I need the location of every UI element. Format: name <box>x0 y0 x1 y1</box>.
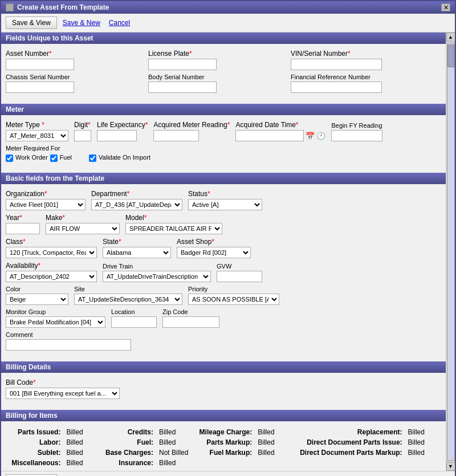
meter-required-group: Meter Required For Work Order Fuel <box>6 145 72 162</box>
row-bill-code: Bill Code* 001 [Bill Everything except f… <box>6 379 441 399</box>
make-select[interactable]: AIR FLOW <box>46 223 120 234</box>
zip-code-label: Zip Code <box>162 308 219 315</box>
meter-type-label: Meter Type * <box>6 121 68 129</box>
right-scrollbar: ▲ ▼ <box>446 32 455 471</box>
monitor-group-select[interactable]: Brake Pedal Modification [04] <box>6 316 105 328</box>
save-new-button-top[interactable]: Save & New <box>60 17 103 29</box>
work-order-checkbox[interactable] <box>6 154 13 162</box>
row-avail-drivetrain-gvw: Availability* AT_Description_2402 Drive … <box>6 262 441 282</box>
asset-number-input[interactable] <box>6 59 74 70</box>
validate-checkbox[interactable] <box>89 154 96 162</box>
zip-code-input[interactable]: 39002 <box>162 316 219 328</box>
fuel-markup-value: Billed <box>255 447 291 458</box>
body-serial-input[interactable] <box>148 82 217 93</box>
asset-number-group: Asset Number* <box>6 50 74 70</box>
row-org-dept-status: Organization* Active Fleet [001] Departm… <box>6 190 441 210</box>
body-serial-label: Body Serial Number <box>148 74 217 80</box>
row-chassis-body-financial: Chassis Serial Number Body Serial Number… <box>6 74 441 93</box>
drive-train-select[interactable]: AT_UpdateDriveTrainDescription <box>103 271 211 282</box>
financial-ref-input[interactable] <box>291 82 382 93</box>
gvw-label: GVW <box>217 263 262 270</box>
base-charges-label: Base Charges: <box>100 447 156 458</box>
financial-ref-label: Financial Reference Number <box>291 74 382 80</box>
life-expectancy-group: Life Expectancy* <box>97 121 148 141</box>
location-input[interactable]: Locati <box>111 316 157 328</box>
organization-group: Organization* Active Fleet [001] <box>6 190 85 210</box>
fuel-label: Fuel <box>60 154 72 161</box>
base-charges-value: Not Billed <box>156 447 193 458</box>
mileage-charge-label: Mileage Charge: <box>193 427 255 437</box>
year-input[interactable]: 2014 <box>6 223 40 234</box>
model-group: Model* SPREADER TAILGATE AIR FLOW <box>125 214 222 234</box>
model-select[interactable]: SPREADER TAILGATE AIR FLOW <box>125 223 222 234</box>
asset-shop-select[interactable]: Badger Rd [002] <box>177 247 251 258</box>
state-group: State* Alabama <box>103 238 171 258</box>
department-label: Department* <box>91 190 182 198</box>
fuel-markup-label: Fuel Markup: <box>193 447 255 458</box>
parts-markup-value: Billed <box>255 437 291 447</box>
gvw-group: GVW 1 <box>217 263 262 282</box>
class-select[interactable]: 120 [Truck, Compactor, Rear Loa... <box>6 247 97 258</box>
fuel-checkbox[interactable] <box>50 154 58 162</box>
organization-label: Organization* <box>6 190 85 198</box>
status-select[interactable]: Active [A] <box>188 199 262 210</box>
sublet-value: Billed <box>63 447 99 458</box>
content-area: Fields Unique to this Asset Asset Number… <box>1 32 455 471</box>
bill-code-select[interactable]: 001 [Bill Everything except fuel a... <box>6 388 120 399</box>
begin-fy-label: Begin FY Reading <box>331 122 382 129</box>
site-select[interactable]: AT_UpdateSiteDescription_3634 <box>74 294 182 305</box>
billing-row-3: Sublet: Billed Base Charges: Not Billed … <box>6 447 441 458</box>
acquired-reading-label: Acquired Meter Reading* <box>153 121 230 129</box>
location-group: Location Locati <box>111 308 157 328</box>
scroll-up-arrow[interactable]: ▲ <box>446 32 455 42</box>
make-group: Make* AIR FLOW <box>46 214 120 234</box>
year-label: Year* <box>6 214 40 222</box>
life-expectancy-input[interactable] <box>97 130 137 141</box>
close-button[interactable]: ✕ <box>441 3 450 11</box>
meter-type-select[interactable]: AT_Meter_8031 <box>6 130 68 141</box>
color-label: Color <box>6 286 68 292</box>
scroll-down-arrow[interactable]: ▼ <box>446 462 455 471</box>
financial-ref-group: Financial Reference Number <box>291 74 382 93</box>
meter-digit-group: Digit* 6 <box>74 121 91 141</box>
site-group: Site AT_UpdateSiteDescription_3634 <box>74 286 182 305</box>
meter-checkboxes: Work Order Fuel <box>6 154 72 162</box>
acquired-reading-input[interactable] <box>153 130 199 141</box>
acquired-datetime-input[interactable]: 10/23/2018 5:40 AM <box>235 130 304 141</box>
clock-icon[interactable]: 🕐 <box>316 132 325 140</box>
meter-digit-input[interactable]: 6 <box>74 130 91 141</box>
state-select[interactable]: Alabama <box>103 247 171 258</box>
availability-select[interactable]: AT_Description_2402 <box>6 271 97 282</box>
life-expectancy-label: Life Expectancy* <box>97 121 148 129</box>
chassis-serial-input[interactable] <box>6 82 74 93</box>
license-plate-input[interactable] <box>148 59 217 70</box>
direct-doc-parts-issue-value: Billed <box>405 437 441 447</box>
vin-serial-label: VIN/Serial Number* <box>291 50 382 58</box>
year-group: Year* 2014 <box>6 214 40 234</box>
priority-label: Priority <box>188 286 279 292</box>
scroll-thumb[interactable] <box>447 44 454 67</box>
calendar-icon[interactable]: 📅 <box>306 132 315 140</box>
section-unique-fields: Fields Unique to this Asset <box>1 32 446 44</box>
save-view-button-top[interactable]: Save & View <box>6 17 57 29</box>
begin-fy-input[interactable] <box>331 130 382 141</box>
license-plate-group: License Plate* <box>148 50 217 70</box>
priority-select[interactable]: AS SOON AS POSSIBLE [ASAP] <box>188 294 279 305</box>
organization-select[interactable]: Active Fleet [001] <box>6 199 85 210</box>
color-select[interactable]: Beige <box>6 294 68 305</box>
comment-input[interactable]: Test <box>6 339 131 351</box>
window-icon <box>6 3 14 11</box>
vin-serial-input[interactable] <box>291 59 382 70</box>
section-meter: Meter <box>1 104 446 115</box>
cancel-button-top[interactable]: Cancel <box>106 17 133 29</box>
labor-value: Billed <box>63 437 99 447</box>
row-class-state-shop: Class* 120 [Truck, Compactor, Rear Loa..… <box>6 238 441 258</box>
billing-items-section: Parts Issued: Billed Credits: Billed Mil… <box>1 424 446 471</box>
gvw-input[interactable]: 1 <box>217 271 262 282</box>
department-select[interactable]: AT_D_436 [AT_UpdateDepartme... <box>91 199 182 210</box>
drive-train-label: Drive Train <box>103 263 211 270</box>
monitor-group-label: Monitor Group <box>6 308 105 315</box>
replacement-value: Billed <box>405 427 441 437</box>
monitor-group-group: Monitor Group Brake Pedal Modification [… <box>6 308 105 328</box>
miscellaneous-label: Miscellaneous: <box>6 458 63 468</box>
